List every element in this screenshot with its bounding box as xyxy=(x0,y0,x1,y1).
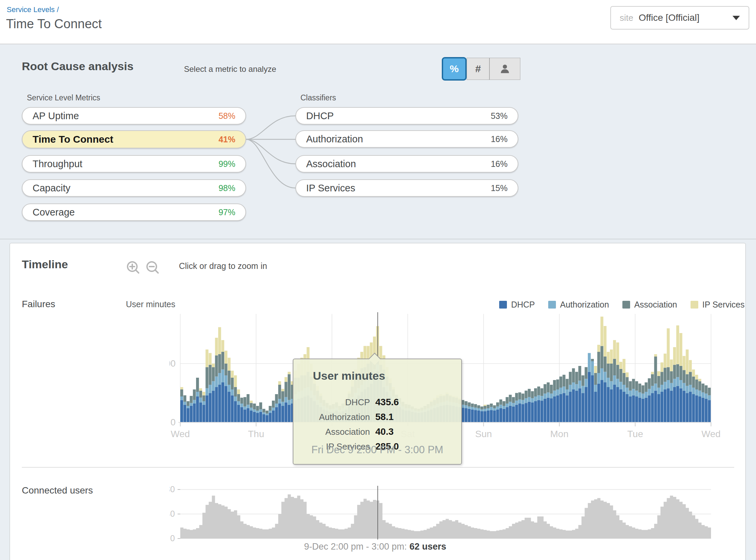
metric-value: 58% xyxy=(219,111,235,121)
tooltip-row: DHCP 435.6 xyxy=(293,396,461,409)
metric-label: Throughput xyxy=(33,158,219,169)
count-toggle-button[interactable]: # xyxy=(467,58,489,80)
site-selector-value: Office [Official] xyxy=(638,13,727,23)
legend-label: DHCP xyxy=(511,300,535,309)
svg-text:Sun: Sun xyxy=(475,429,492,439)
metric-value: 99% xyxy=(219,159,235,169)
classifier-label: Association xyxy=(306,158,491,169)
caption-timerange: 9-Dec 2:00 pm - 3:00 pm: xyxy=(304,542,407,552)
svg-text:40: 40 xyxy=(169,509,175,518)
caption-value: 62 users xyxy=(410,542,447,552)
metric-label: AP Uptime xyxy=(33,111,219,122)
page-title: Time To Connect xyxy=(6,17,102,31)
metrics-column-label: Service Level Metrics xyxy=(27,93,100,102)
authorization-swatch xyxy=(548,301,556,308)
ip-services-swatch xyxy=(691,301,698,308)
classifier-value: 16% xyxy=(491,159,508,169)
connected-users-caption: 9-Dec 2:00 pm - 3:00 pm:62 users xyxy=(201,542,549,552)
tooltip-row-label: Association xyxy=(293,427,370,437)
metric-pill-coverage[interactable]: Coverage 97% xyxy=(22,203,246,221)
svg-text:Thu: Thu xyxy=(248,429,264,439)
metric-classifier-connectors xyxy=(246,107,295,198)
svg-text:Tue: Tue xyxy=(628,429,643,439)
breadcrumb[interactable]: Service Levels / xyxy=(7,5,59,14)
tooltip-row: Association 40.3 xyxy=(293,425,461,438)
metric-value: 98% xyxy=(219,183,235,193)
classifier-label: DHCP xyxy=(306,111,491,122)
failures-label: Failures xyxy=(22,299,55,309)
metric-pill-ap-uptime[interactable]: AP Uptime 58% xyxy=(22,107,246,124)
svg-text:500: 500 xyxy=(169,359,176,368)
classifier-value: 15% xyxy=(491,183,508,193)
tooltip-row-value: 40.3 xyxy=(375,426,394,437)
classifier-pill-authorization[interactable]: Authorization 16% xyxy=(295,130,518,148)
zoom-hint-text: Click or drag to zoom in xyxy=(179,261,267,271)
root-cause-subtitle: Select a metric to analyze xyxy=(184,64,276,74)
metric-unit-toggle-group: % # xyxy=(443,58,520,80)
svg-text:Wed: Wed xyxy=(170,429,190,439)
legend-label: Authorization xyxy=(560,300,609,309)
failures-legend: DHCP Authorization Association IP Servic… xyxy=(463,300,744,309)
svg-text:0: 0 xyxy=(170,534,175,543)
tooltip-title: User minutes xyxy=(313,369,385,382)
legend-item-dhcp[interactable]: DHCP xyxy=(499,300,535,309)
zoom-controls xyxy=(125,259,165,279)
metric-value: 97% xyxy=(219,207,235,217)
connected-users-label: Connected users xyxy=(22,485,93,496)
zoom-out-icon[interactable] xyxy=(147,262,158,273)
classifier-value: 16% xyxy=(491,134,508,144)
connected-users-chart[interactable]: 80400 xyxy=(169,483,720,544)
site-selector[interactable]: site Office [Official] xyxy=(610,6,749,29)
classifiers-column-label: Classifiers xyxy=(301,93,336,102)
users-toggle-button[interactable] xyxy=(489,58,520,80)
legend-label: Association xyxy=(634,300,677,309)
tooltip-row: Authorization 58.1 xyxy=(293,410,461,424)
zoom-in-icon[interactable] xyxy=(127,262,139,273)
svg-text:0: 0 xyxy=(170,417,176,427)
chart-tooltip: User minutes DHCP 435.6 Authorization 58… xyxy=(293,359,462,465)
classifier-pill-ip-services[interactable]: IP Services 15% xyxy=(295,179,518,197)
section-divider xyxy=(22,467,734,468)
person-icon xyxy=(499,63,511,75)
svg-text:Mon: Mon xyxy=(550,429,568,439)
metric-label: Coverage xyxy=(33,207,219,218)
root-cause-title: Root Cause analysis xyxy=(22,60,134,73)
tooltip-timerange: Fri Dec 9 2:00 PM - 3:00 PM xyxy=(293,444,461,456)
site-selector-prefix: site xyxy=(620,13,633,23)
association-swatch xyxy=(622,301,630,308)
tooltip-row-value: 435.6 xyxy=(375,397,399,407)
timeline-title: Timeline xyxy=(22,258,68,271)
svg-text:80: 80 xyxy=(169,484,175,494)
classifier-value: 53% xyxy=(491,111,508,121)
tooltip-row-label: Authorization xyxy=(293,412,370,422)
classifier-label: Authorization xyxy=(306,134,491,145)
classifier-pill-association[interactable]: Association 16% xyxy=(295,155,518,173)
tooltip-row-value: 58.1 xyxy=(375,412,394,422)
tooltip-row-label: DHCP xyxy=(293,397,370,407)
svg-text:Wed: Wed xyxy=(701,429,720,439)
metric-value: 41% xyxy=(219,135,235,144)
failures-axis-title: User minutes xyxy=(126,299,175,309)
metric-label: Time To Connect xyxy=(33,134,219,145)
classifier-label: IP Services xyxy=(306,183,491,194)
dhcp-swatch xyxy=(499,301,507,308)
classifier-pill-dhcp[interactable]: DHCP 53% xyxy=(295,107,518,124)
metric-pill-capacity[interactable]: Capacity 98% xyxy=(22,179,246,197)
legend-item-association[interactable]: Association xyxy=(622,300,677,309)
percent-toggle-button[interactable]: % xyxy=(442,57,467,81)
legend-item-ip-services[interactable]: IP Services xyxy=(691,300,744,309)
metric-pill-throughput[interactable]: Throughput 99% xyxy=(22,155,246,173)
chevron-down-icon xyxy=(733,16,740,20)
metric-pill-time-to-connect[interactable]: Time To Connect 41% xyxy=(22,130,246,148)
legend-item-authorization[interactable]: Authorization xyxy=(548,300,609,309)
metric-label: Capacity xyxy=(33,183,219,194)
legend-label: IP Services xyxy=(702,300,744,309)
